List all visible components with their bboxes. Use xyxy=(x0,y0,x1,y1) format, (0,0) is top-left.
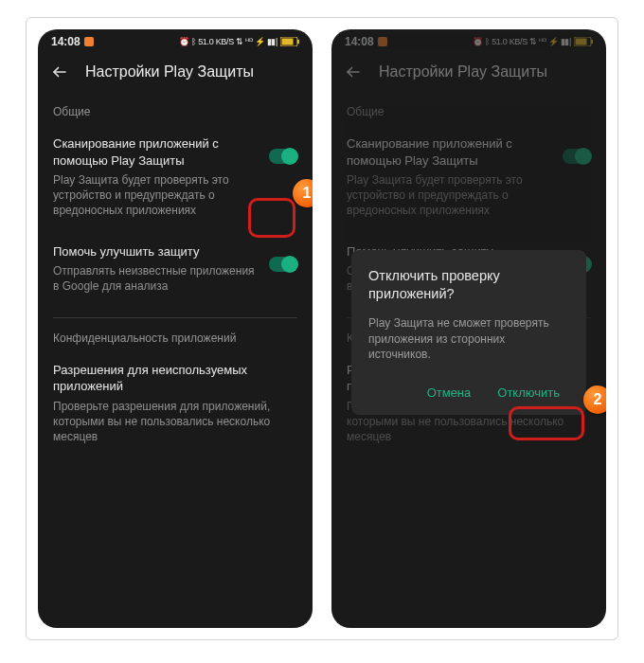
setting-improve-protection[interactable]: Помочь улучшить защиту Отправлять неизве… xyxy=(53,232,297,308)
setting-scan-apps[interactable]: Сканирование приложений с помощью Play З… xyxy=(53,124,297,232)
setting-desc: Проверьте разрешения для приложений, кот… xyxy=(53,399,297,445)
setting-desc: Play Защита будет проверять это устройст… xyxy=(53,172,259,219)
phone-screen-1: 14:08 ⏰ ᛒ 51.0 KB/S ⇅ ᴴᴰ ⚡ ▮▮| Настройки… xyxy=(38,29,313,628)
status-indicators: ⏰ ᛒ 51.0 KB/S ⇅ ᴴᴰ ⚡ ▮▮| xyxy=(179,37,277,46)
page-title: Настройки Play Защиты xyxy=(85,63,254,81)
section-general-label: Общие xyxy=(53,105,297,118)
back-arrow-icon[interactable] xyxy=(51,63,68,81)
dialog-actions: Отмена Отключить xyxy=(368,378,569,407)
svg-rect-1 xyxy=(282,39,294,45)
section-privacy-label: Конфиденциальность приложений xyxy=(53,332,297,345)
setting-title: Сканирование приложений с помощью Play З… xyxy=(53,135,259,169)
status-bar: 14:08 ⏰ ᛒ 51.0 KB/S ⇅ ᴴᴰ ⚡ ▮▮| xyxy=(38,29,313,54)
screenshot-pair: 14:08 ⏰ ᛒ 51.0 KB/S ⇅ ᴴᴰ ⚡ ▮▮| Настройки… xyxy=(26,17,618,640)
scan-apps-toggle[interactable] xyxy=(269,149,297,164)
dialog-title: Отключить проверку приложений? xyxy=(368,267,569,304)
dialog-confirm-button[interactable]: Отключить xyxy=(488,378,569,407)
dialog-scrim: Отключить проверку приложений? Play Защи… xyxy=(331,29,606,628)
confirm-dialog: Отключить проверку приложений? Play Защи… xyxy=(351,250,586,416)
status-clock: 14:08 xyxy=(51,35,80,48)
phone-screen-2: 14:08 ⏰ ᛒ 51.0 KB/S ⇅ ᴴᴰ ⚡ ▮▮| Настройки… xyxy=(331,29,606,628)
setting-title: Помочь улучшить защиту xyxy=(53,243,259,260)
setting-unused-permissions[interactable]: Разрешения для неиспользуемых приложений… xyxy=(53,350,297,458)
setting-desc: Отправлять неизвестные приложения в Goog… xyxy=(53,263,259,294)
svg-rect-2 xyxy=(297,40,299,44)
app-header: Настройки Play Защиты xyxy=(38,54,313,90)
dialog-body: Play Защита не сможет проверять приложен… xyxy=(368,315,569,363)
settings-content: Общие Сканирование приложений с помощью … xyxy=(38,90,313,457)
divider xyxy=(53,317,297,318)
notification-icon xyxy=(84,37,94,46)
dialog-cancel-button[interactable]: Отмена xyxy=(418,378,481,407)
setting-title: Разрешения для неиспользуемых приложений xyxy=(53,362,297,395)
improve-protection-toggle[interactable] xyxy=(269,257,297,272)
battery-icon xyxy=(280,37,299,46)
